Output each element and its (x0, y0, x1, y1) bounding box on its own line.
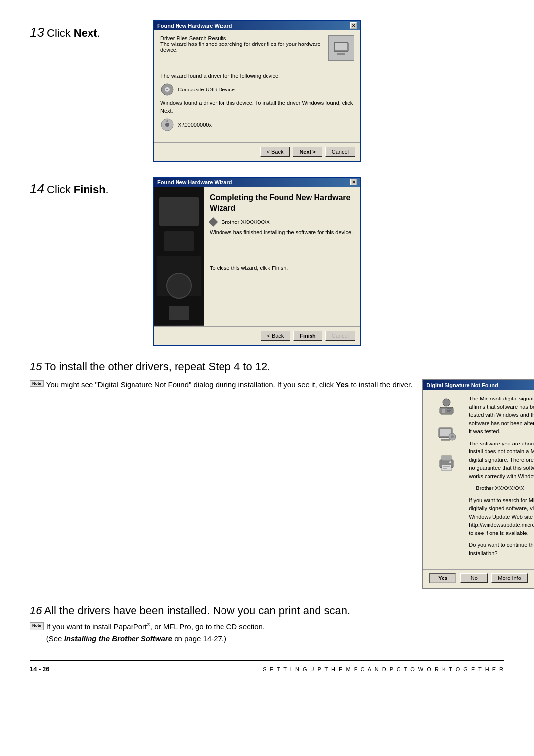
sig-body1: The Microsoft digital signature affirms … (469, 395, 534, 436)
step13-body2: Windows found a driver for this device. … (160, 99, 354, 115)
step15-note-badge: Note (30, 380, 44, 387)
step-16-text: 16 All the drivers have been installed. … (30, 604, 504, 617)
step13-device-row: Composite USB Device (160, 83, 354, 96)
svg-rect-1 (335, 43, 347, 50)
sig-text-col: The Microsoft digital signature affirms … (469, 395, 534, 561)
step-14-text: 14 Click Finish. (30, 177, 138, 197)
step13-device-icon (160, 83, 174, 96)
step13-driver-icon (160, 118, 174, 132)
step13-dialog-content: Driver Files Search Results The wizard h… (154, 30, 360, 142)
step14-left-img (154, 187, 204, 326)
step-16-number: 16 (30, 604, 42, 617)
step16-italic: (See (46, 634, 64, 643)
step14-device-name: Brother XXXXXXXX (222, 219, 270, 225)
sig-person-icon (437, 397, 456, 420)
footer-text: S E T T I N G U P T H E M F C A N D P C … (263, 667, 504, 672)
step14-body: Brother XXXXXXXX Windows has finished in… (210, 219, 354, 271)
step14-titlebar-buttons: ✕ (350, 179, 357, 185)
sig-device-name: Brother XXXXXXXX (476, 484, 534, 492)
step-16-instruction: All the drivers have been installed. Now… (44, 604, 350, 617)
sig-printer-icon (437, 453, 456, 476)
step-14-number: 14 (30, 181, 44, 196)
step-13-number: 13 (30, 25, 44, 40)
svg-point-16 (443, 399, 450, 406)
step15-note-text1: You might see "Digital Signature Not Fou… (46, 380, 336, 389)
step13-wizard-icon (328, 35, 354, 61)
step13-titlebar: Found New Hardware Wizard ✕ (154, 21, 360, 30)
step14-close-btn[interactable]: ✕ (350, 179, 357, 185)
step14-diamond-icon (208, 217, 218, 227)
sig-dialog: Digital Signature Not Found ✕ (422, 379, 534, 589)
step13-header-subtitle: The wizard has finished searching for dr… (160, 41, 323, 53)
step15-note-text: You might see "Digital Signature Not Fou… (46, 379, 413, 391)
step15-note-left: Note You might see "Digital Signature No… (30, 379, 412, 391)
step16-italic2: on page 14-27.) (172, 634, 226, 643)
svg-point-33 (449, 461, 451, 463)
step15-note-bold: Yes (336, 380, 349, 389)
svg-rect-11 (159, 197, 199, 226)
svg-point-14 (167, 273, 191, 298)
step13-titlebar-buttons: ✕ (350, 22, 357, 29)
page-number: 14 - 26 (30, 666, 49, 673)
step13-device-name: Composite USB Device (178, 87, 235, 92)
step14-back-btn[interactable]: < Back (261, 331, 290, 341)
step13-driver-path: X:\00000000x (178, 122, 212, 128)
svg-rect-15 (169, 306, 189, 320)
svg-point-9 (166, 120, 168, 122)
step14-body1: Windows has finished installing the soft… (210, 229, 354, 235)
sig-titlebar: Digital Signature Not Found ✕ (423, 380, 534, 390)
step14-device-row: Brother XXXXXXXX (210, 219, 354, 225)
step14-finish-btn[interactable]: Finish (293, 331, 322, 341)
sig-computer-icon (437, 425, 456, 448)
step14-completing-title: Completing the Found New Hardware Wizard (210, 193, 354, 214)
step14-titlebar: Found New Hardware Wizard ✕ (154, 178, 360, 187)
sig-icons-col (429, 395, 464, 561)
svg-rect-18 (442, 409, 445, 413)
step13-body1: The wizard found a driver for the follow… (160, 72, 354, 80)
step-14-bold: Finish (74, 183, 106, 196)
step13-title: Found New Hardware Wizard (157, 23, 232, 29)
svg-point-8 (165, 123, 169, 127)
step14-dialog: Found New Hardware Wizard ✕ (153, 177, 361, 346)
step13-cancel-btn[interactable]: Cancel (325, 147, 355, 157)
step-15-section: 15 To install the other drivers, repeat … (30, 360, 504, 589)
step-15-instruction: To install the other drivers, repeat Ste… (44, 360, 270, 373)
step14-cancel-btn[interactable]: Cancel (325, 331, 355, 341)
step16-trademark: ® (147, 623, 150, 627)
step14-body2: To close this wizard, click Finish. (210, 265, 354, 271)
svg-point-6 (166, 89, 168, 90)
step14-title: Found New Hardware Wizard (157, 179, 232, 185)
svg-rect-29 (442, 456, 451, 461)
step13-back-btn[interactable]: < Back (260, 147, 290, 157)
sig-no-btn[interactable]: No (460, 573, 488, 583)
step-15-number: 15 (30, 360, 42, 373)
sig-body4: Do you want to continue the installation… (469, 541, 534, 557)
step15-note: Note You might see "Digital Signature No… (30, 379, 504, 589)
step14-finish-inner: Completing the Found New Hardware Wizard… (154, 187, 360, 326)
sig-body3: If you want to search for Microsoft digi… (469, 496, 534, 537)
step14-left-panel (154, 187, 204, 326)
step-16-section: 16 All the drivers have been installed. … (30, 604, 504, 645)
svg-rect-12 (164, 231, 194, 251)
step13-next-btn[interactable]: Next > (293, 147, 322, 157)
step15-note-text2: to install the driver. (349, 380, 412, 389)
sig-footer: Yes No More Info (423, 569, 534, 588)
step13-close-btn[interactable]: ✕ (350, 22, 357, 29)
step13-driver-row: X:\00000000x (160, 118, 354, 132)
sig-content: The Microsoft digital signature affirms … (423, 390, 534, 566)
step16-note: Note If you want to install PaparPort®, … (30, 621, 504, 645)
step16-text2: , or MFL Pro, go to the CD section. (150, 623, 265, 631)
step14-footer: < Back Finish Cancel (154, 326, 360, 345)
step14-right: Completing the Found New Hardware Wizard… (204, 187, 360, 326)
step-13-section: 13 Click Next. Found New Hardware Wizard… (30, 20, 504, 162)
sig-more-info-btn[interactable]: More Info (491, 573, 527, 583)
svg-rect-31 (443, 466, 450, 467)
sig-yes-btn[interactable]: Yes (429, 573, 456, 583)
step-13-bold: Next (74, 27, 97, 39)
step13-footer: < Back Next > Cancel (154, 142, 360, 161)
sig-body2: The software you are about to install do… (469, 440, 534, 481)
step16-note-text: If you want to install PaparPort®, or MF… (46, 621, 265, 645)
step16-text1: If you want to install PaparPort (46, 623, 147, 631)
step-14-instruction: Click (47, 183, 74, 196)
step16-italic-bold: Installing the Brother Software (64, 634, 172, 643)
